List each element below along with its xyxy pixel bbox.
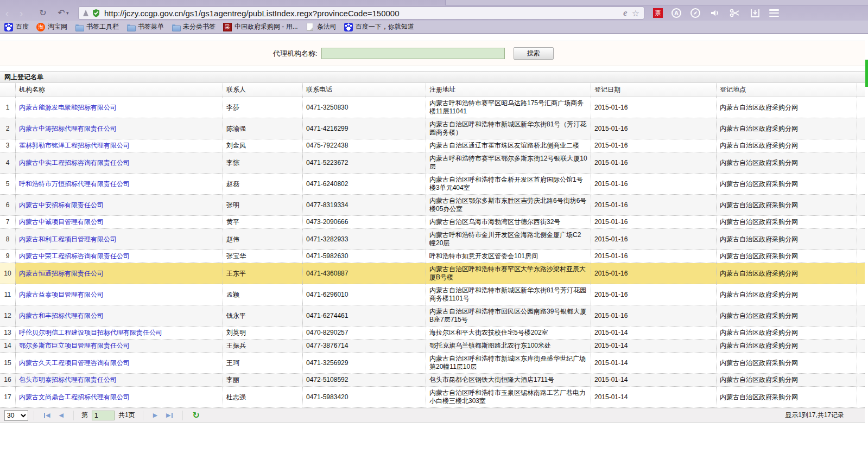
date-cell: 2015-01-14 <box>591 387 716 407</box>
agency-name-link[interactable]: 内蒙古中涛招标代理有限责任公司 <box>19 125 117 133</box>
ticket-extension-icon[interactable]: 票 <box>653 8 663 18</box>
ccgp-icon <box>223 23 232 31</box>
date-cell: 2015-01-14 <box>591 353 716 373</box>
table-row: 2 内蒙古中涛招标代理有限责任公司 陈渝强 0471-4216299 内蒙古自治… <box>0 118 865 139</box>
bookmark-item[interactable]: 百度一下，你就知道 <box>344 22 414 31</box>
agency-name-link[interactable]: 内蒙古益泰项目管理有限公司 <box>19 291 104 299</box>
agency-name-link[interactable]: 内蒙古中实工程招标咨询有限责任公司 <box>19 159 130 167</box>
bookmark-item[interactable]: 中国政府采购网 - 用... <box>223 22 298 31</box>
table-row: 17 内蒙古文尚鼎合工程招标代理有限公司 杜志强 0471-5983420 内蒙… <box>0 387 865 408</box>
agency-name-link[interactable]: 内蒙古恒通招标有限责任公司 <box>19 270 104 278</box>
back-button[interactable]: ‹ <box>0 8 14 18</box>
bookmark-label: 条法司 <box>317 22 337 31</box>
url-text[interactable]: http://jczy.ccgp.gov.cn/gs1/gs1agentreg/… <box>104 9 619 18</box>
contact-cell: 刘金凤 <box>223 139 302 152</box>
search-button[interactable]: 搜索 <box>514 47 554 60</box>
contact-cell: 刘英明 <box>223 327 302 339</box>
address-cell: 内蒙古自治区呼和浩特市回民区公园南路39号银都大厦B座7层715号 <box>426 305 591 326</box>
spacer-cell <box>857 216 865 228</box>
site-identity-icon[interactable] <box>83 10 88 16</box>
url-bar[interactable]: http://jczy.ccgp.gov.cn/gs1/gs1agentreg/… <box>78 7 644 20</box>
next-page-button[interactable]: ▶ <box>149 412 162 419</box>
pager-refresh-icon[interactable]: ↻ <box>193 410 200 420</box>
last-page-button[interactable]: ▶ <box>162 412 176 419</box>
contact-cell: 钱永平 <box>223 305 302 326</box>
current-page-input[interactable] <box>92 411 115 420</box>
row-number-cell: 6 <box>0 195 15 215</box>
bookmark-star-icon[interactable]: ☆ <box>632 8 639 18</box>
location-cell: 内蒙古自治区政府采购分网 <box>716 216 857 228</box>
table-row: 14 鄂尔多斯市巨立项目管理有限责任公司 王振兵 0477-3876714 鄂托… <box>0 340 865 353</box>
page-scrollbar[interactable] <box>865 34 868 454</box>
bookmark-item[interactable]: 未分类书签 <box>172 22 216 31</box>
spacer-cell <box>857 284 865 305</box>
speaker-icon[interactable] <box>709 8 720 18</box>
page-size-select[interactable]: 30 <box>4 410 28 421</box>
folder-icon <box>75 23 84 31</box>
agency-name-link[interactable]: 鄂尔多斯市巨立项目管理有限责任公司 <box>19 342 130 350</box>
contact-cell: 李丽 <box>223 374 302 386</box>
column-header[interactable]: 注册地址 <box>426 83 591 97</box>
column-header[interactable]: 联系电话 <box>302 83 426 97</box>
date-cell: 2015-01-14 <box>591 340 716 352</box>
row-number-cell: 7 <box>0 216 15 228</box>
address-cell: 呼和浩特市如意开发区管委会101房间 <box>426 250 591 263</box>
table-row: 12 内蒙古和丰招标代理有限公司 钱永平 0471-6274461 内蒙古自治区… <box>0 305 865 327</box>
date-cell: 2015-01-16 <box>591 263 716 284</box>
folder-icon <box>126 23 135 31</box>
bookmark-label: 中国政府采购网 - 用... <box>235 22 298 31</box>
table-row: 7 内蒙古中诚项目管理有限公司 黄平 0473-2090666 内蒙古自治区乌海… <box>0 216 865 229</box>
secure-shield-icon[interactable] <box>92 9 100 17</box>
scissors-icon[interactable] <box>729 8 741 18</box>
agency-name-link[interactable]: 内蒙古和利工程项目管理有限公司 <box>19 235 117 244</box>
menu-icon[interactable] <box>769 9 779 17</box>
table-row: 11 内蒙古益泰项目管理有限公司 孟颖 0471-6296010 内蒙古自治区呼… <box>0 284 865 305</box>
bookmark-item[interactable]: 书签菜单 <box>126 22 164 31</box>
download-icon[interactable] <box>750 8 761 18</box>
column-header[interactable]: 登记日期 <box>591 83 716 97</box>
agency-name-link[interactable]: 内蒙古文尚鼎合工程招标代理有限公司 <box>19 393 130 401</box>
reader-mode-icon[interactable]: A <box>671 8 681 18</box>
scrollbar-thumb[interactable] <box>865 60 868 87</box>
forward-button[interactable]: › <box>14 8 28 18</box>
address-cell: 鄂托克旗乌兰镇都斯图路北农行东100米处 <box>426 340 591 352</box>
phone-cell: 0471-5983420 <box>302 387 426 407</box>
prev-page-button[interactable]: ◀ <box>54 412 67 419</box>
agency-name-link[interactable]: 内蒙古中安招标有限责任公司 <box>19 201 104 209</box>
undo-dropdown-caret[interactable]: ▾ <box>66 10 72 16</box>
compass-icon[interactable] <box>690 8 701 18</box>
agency-name-link[interactable]: 内蒙古能源发电聚能招标有限公司 <box>19 104 117 112</box>
column-header[interactable]: 联系人 <box>223 83 302 97</box>
date-cell: 2015-01-16 <box>591 250 716 263</box>
ie-compat-icon[interactable]: e <box>623 8 628 18</box>
column-header[interactable]: 登记地点 <box>716 83 857 97</box>
refresh-icon[interactable]: ↻ <box>36 8 50 18</box>
agency-name-link[interactable]: 内蒙古久天工程项目管理咨询有限公司 <box>19 359 130 367</box>
spacer-cell <box>857 152 865 173</box>
section-title: 网上登记名单 <box>4 73 43 82</box>
column-header[interactable]: 机构名称 <box>15 83 223 97</box>
agency-name-link[interactable]: 霍林郭勒市铭泽工程招标代理有限公司 <box>19 142 130 150</box>
records-count-label: 显示1到17,共17记录 <box>785 408 844 422</box>
agency-name-link[interactable]: 包头市明泰招标代理有限责任公司 <box>19 376 117 384</box>
bookmark-item[interactable]: 淘宝网 <box>36 22 67 31</box>
table-header-row: 机构名称联系人联系电话注册地址登记日期登记地点 <box>0 83 865 97</box>
bookmark-item[interactable]: 条法司 <box>306 22 337 31</box>
agency-name-label: 代理机构名称: <box>273 49 318 59</box>
phone-cell: 0470-8290257 <box>302 327 426 339</box>
bookmark-item[interactable]: 百度 <box>4 22 29 31</box>
bookmark-item[interactable]: 书签工具栏 <box>75 22 119 31</box>
agency-name-link[interactable]: 内蒙古中诚项目管理有限公司 <box>19 218 104 226</box>
date-cell: 2015-01-16 <box>591 284 716 305</box>
date-cell: 2015-01-16 <box>591 97 716 118</box>
agency-name-link[interactable]: 内蒙古和丰招标代理有限公司 <box>19 312 104 320</box>
agency-name-link[interactable]: 呼伦贝尔明信工程建设项目招标代理有限责任公司 <box>19 329 162 337</box>
table-row: 10 内蒙古恒通招标有限责任公司 王东平 0471-4360887 内蒙古自治区… <box>0 263 865 284</box>
table-row: 9 内蒙古中荣工程招标咨询有限责任公司 张宝华 0471-5982630 呼和浩… <box>0 250 865 263</box>
agency-name-link[interactable]: 呼和浩特市万恒招标代理有限责任公司 <box>19 180 130 188</box>
contact-cell: 张宝华 <box>223 250 302 263</box>
date-cell: 2015-01-16 <box>591 305 716 326</box>
agency-name-input[interactable] <box>321 48 505 59</box>
agency-name-link[interactable]: 内蒙古中荣工程招标咨询有限责任公司 <box>19 252 130 260</box>
first-page-button[interactable]: ◀ <box>40 412 54 419</box>
